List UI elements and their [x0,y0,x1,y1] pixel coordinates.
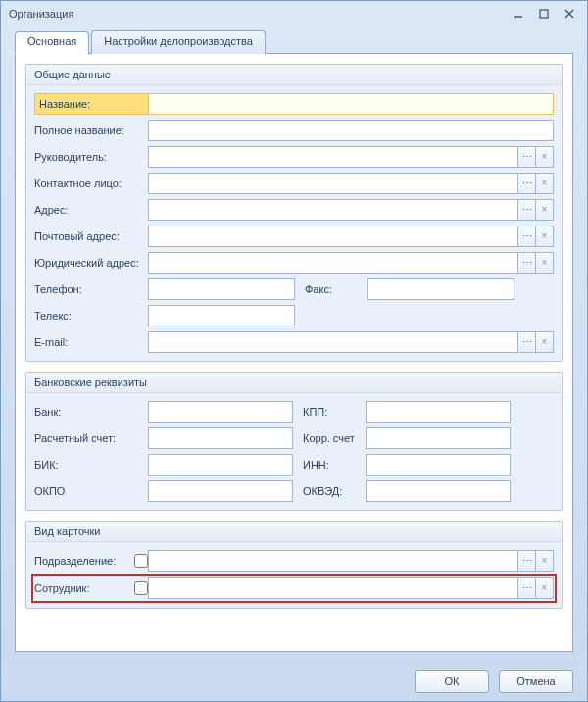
clear-icon: × [542,152,548,162]
ellipsis-icon: ⋯ [522,258,532,268]
label-kpp: КПП: [293,406,366,418]
bik-input[interactable] [148,454,293,476]
dept-input[interactable] [148,550,518,572]
tabstrip: Основная Настройки делопроизводства [15,30,573,54]
fax-input[interactable] [368,278,514,300]
organization-window: Организация Основная Настройки делопроиз… [0,0,588,702]
bank-input[interactable] [148,401,293,423]
minimize-button[interactable] [509,6,528,22]
label-fax: Факс: [295,283,368,295]
emp-clear-button[interactable]: × [536,577,554,599]
ellipsis-icon: ⋯ [522,152,532,162]
group-general: Общие данные Название: Полное название: [25,64,563,362]
clear-icon: × [542,583,548,593]
kpp-input[interactable] [366,401,511,423]
emp-input[interactable] [148,577,518,599]
label-contact: Контактное лицо: [34,177,148,189]
phone-input[interactable] [148,278,295,300]
ellipsis-icon: ⋯ [522,231,532,241]
okved-input[interactable] [366,480,511,502]
dept-clear-button[interactable]: × [536,550,554,572]
maximize-button[interactable] [534,6,554,22]
label-address: Адрес: [34,204,148,216]
cancel-button[interactable]: Отмена [499,670,573,693]
label-corr: Корр. счет [293,432,366,444]
group-general-header: Общие данные [26,65,562,85]
footer: ОК Отмена [1,662,587,701]
titlebar: Организация [1,1,587,26]
inn-input[interactable] [366,454,511,476]
window-title: Организация [9,8,503,20]
tab-main[interactable]: Основная [15,31,89,55]
ellipsis-icon: ⋯ [522,337,532,347]
ellipsis-icon: ⋯ [522,178,532,188]
postal-input[interactable] [148,226,518,247]
clear-icon: × [542,231,548,241]
label-bank: Банк: [34,406,148,418]
address-input[interactable] [148,199,518,221]
ellipsis-icon: ⋯ [522,556,532,566]
postal-browse-button[interactable]: ⋯ [518,226,536,247]
label-email: E-mail: [34,336,148,348]
ellipsis-icon: ⋯ [522,205,532,215]
acc-input[interactable] [148,427,293,449]
emp-browse-button[interactable]: ⋯ [518,577,536,599]
label-manager: Руководитель: [34,151,148,163]
emp-row-highlight: Сотрудник: ⋯ × [34,577,554,600]
group-bank-header: Банковские реквизиты [26,373,562,393]
postal-clear-button[interactable]: × [536,226,554,247]
label-legal: Юридический адрес: [34,257,148,269]
legal-input[interactable] [148,252,518,274]
contact-browse-button[interactable]: ⋯ [518,173,536,194]
label-postal: Почтовый адрес: [34,230,148,242]
dept-browse-button[interactable]: ⋯ [518,550,536,572]
contact-clear-button[interactable]: × [536,173,554,194]
contact-input[interactable] [148,173,518,194]
name-input[interactable] [148,93,554,115]
svg-rect-1 [540,10,548,18]
clear-icon: × [542,258,548,268]
label-emp: Сотрудник: [34,582,128,594]
email-browse-button[interactable]: ⋯ [518,331,536,353]
clear-icon: × [542,337,548,347]
manager-browse-button[interactable]: ⋯ [518,146,536,168]
ellipsis-icon: ⋯ [522,583,532,593]
address-clear-button[interactable]: × [536,199,554,221]
email-input[interactable] [148,331,518,353]
clear-icon: × [542,178,548,188]
address-browse-button[interactable]: ⋯ [518,199,536,221]
full-name-input[interactable] [148,120,554,141]
label-name: Название: [34,93,148,115]
corr-input[interactable] [366,427,511,449]
tab-panel-main: Общие данные Название: Полное название: [15,53,573,652]
label-okved: ОКВЭД: [293,485,366,497]
close-button[interactable] [560,6,579,22]
label-full-name: Полное название: [34,125,148,136]
label-acc: Расчетный счет: [34,432,148,444]
group-card: Вид карточки Подразделение: ⋯ × [25,521,563,609]
telex-input[interactable] [148,305,295,326]
clear-icon: × [542,205,548,215]
dept-checkbox[interactable] [134,554,148,568]
label-dept: Подразделение: [34,555,128,567]
tab-settings[interactable]: Настройки делопроизводства [91,30,266,54]
okpo-input[interactable] [148,480,293,502]
label-telex: Телекс: [34,310,148,322]
group-bank: Банковские реквизиты Банк: КПП: Расчетны… [25,372,563,511]
label-bik: БИК: [34,459,148,471]
group-card-header: Вид карточки [26,522,562,542]
email-clear-button[interactable]: × [536,331,554,353]
manager-clear-button[interactable]: × [536,146,554,168]
clear-icon: × [542,556,548,566]
emp-checkbox[interactable] [134,581,148,595]
content-area: Основная Настройки делопроизводства Общи… [1,26,587,662]
legal-clear-button[interactable]: × [536,252,554,274]
label-phone: Телефон: [34,283,148,295]
manager-input[interactable] [148,146,518,168]
ok-button[interactable]: ОК [415,670,489,693]
legal-browse-button[interactable]: ⋯ [518,252,536,274]
label-inn: ИНН: [293,459,366,471]
label-okpo: ОКПО [34,485,148,497]
